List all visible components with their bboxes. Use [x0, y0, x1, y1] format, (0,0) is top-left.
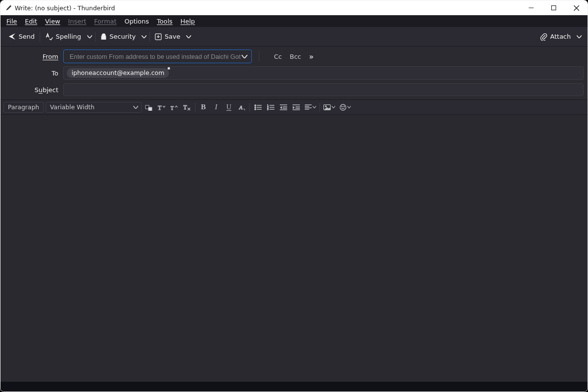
spelling-button[interactable]: Spelling: [41, 31, 85, 42]
attach-label: Attach: [550, 33, 571, 40]
message-body[interactable]: [0, 115, 588, 382]
subject-input[interactable]: [63, 83, 584, 96]
font-size-decrease-button[interactable]: T: [156, 102, 167, 113]
subject-label: Subject: [4, 86, 63, 94]
bullet-list-icon: [254, 104, 262, 110]
from-label: From: [4, 53, 63, 60]
italic-button[interactable]: I: [211, 102, 221, 113]
save-dropdown[interactable]: [184, 33, 193, 40]
chevron-down-icon[interactable]: [242, 55, 247, 58]
save-button[interactable]: Save: [151, 31, 184, 42]
outdent-icon: [280, 104, 287, 110]
to-label: To: [4, 70, 63, 77]
menu-help[interactable]: Help: [176, 17, 199, 26]
align-icon: [305, 104, 312, 110]
number-list-button[interactable]: 1 2 3: [265, 102, 276, 113]
font-decrease-icon: T: [158, 104, 166, 111]
title-bar[interactable]: Write: (no subject) - Thunderbird: [0, 0, 588, 15]
menu-options[interactable]: Options: [121, 17, 153, 26]
toolbar-divider: [40, 32, 40, 42]
indent-icon: [293, 104, 300, 110]
bcc-button[interactable]: Bcc: [290, 53, 301, 60]
svg-point-15: [254, 106, 256, 108]
spelling-icon: [45, 33, 53, 40]
svg-point-13: [254, 104, 256, 106]
insert-emoji-button[interactable]: [338, 102, 352, 113]
security-button[interactable]: Security: [97, 31, 140, 42]
menu-file[interactable]: File: [2, 17, 21, 26]
window-title: Write: (no subject) - Thunderbird: [15, 4, 115, 12]
image-icon: [323, 104, 331, 110]
format-toolbar: Paragraph Variable Width T T T B I U A: [0, 100, 588, 115]
spelling-dropdown[interactable]: [85, 33, 94, 40]
security-dropdown[interactable]: [140, 33, 148, 40]
font-family-select[interactable]: Variable Width: [46, 102, 142, 113]
attach-button[interactable]: Attach: [536, 31, 575, 43]
paragraph-style-label: Paragraph: [8, 103, 39, 111]
send-button[interactable]: Send: [4, 31, 39, 42]
svg-point-38: [325, 105, 327, 107]
bold-button[interactable]: B: [198, 102, 209, 113]
subject-row: Subject: [4, 83, 584, 97]
text-style-icon: A: [238, 104, 245, 111]
expand-fields-button[interactable]: »: [309, 52, 312, 61]
recipient-pill[interactable]: iphoneaccount@example.com: [67, 68, 169, 78]
insert-image-button[interactable]: [322, 102, 336, 113]
text-color-icon: [145, 104, 153, 111]
indent-button[interactable]: [291, 102, 301, 113]
format-divider: [195, 103, 196, 112]
spelling-label: Spelling: [56, 33, 81, 40]
from-input[interactable]: [69, 52, 242, 61]
svg-point-40: [341, 106, 342, 107]
paragraph-style-select[interactable]: Paragraph: [3, 102, 44, 113]
svg-text:T: T: [171, 105, 174, 110]
svg-text:3: 3: [267, 108, 269, 110]
header-fields: From Cc Bcc » To iphoneaccount@example.c…: [0, 47, 588, 100]
number-list-icon: 1 2 3: [267, 104, 274, 110]
remove-formatting-button[interactable]: T: [182, 102, 193, 113]
svg-text:A: A: [238, 104, 242, 110]
field-divider: [259, 51, 259, 61]
menu-tools[interactable]: Tools: [153, 17, 176, 26]
from-combobox[interactable]: [63, 49, 252, 63]
bullet-list-button[interactable]: [252, 102, 263, 113]
font-increase-icon: T: [171, 104, 179, 111]
send-label: Send: [19, 33, 35, 40]
close-button[interactable]: [565, 0, 588, 15]
underline-icon: U: [226, 103, 231, 111]
svg-text:T: T: [183, 104, 187, 111]
menu-edit[interactable]: Edit: [21, 17, 41, 26]
svg-point-39: [340, 104, 346, 110]
align-button[interactable]: [303, 102, 317, 113]
save-icon: [155, 33, 162, 40]
underline-button[interactable]: U: [223, 102, 234, 113]
svg-point-41: [343, 106, 344, 107]
minimize-button[interactable]: [520, 0, 542, 15]
maximize-button[interactable]: [542, 0, 565, 15]
font-size-increase-button[interactable]: T: [169, 102, 180, 113]
to-input[interactable]: iphoneaccount@example.com: [63, 66, 584, 80]
menu-insert[interactable]: Insert: [64, 17, 90, 26]
cc-button[interactable]: Cc: [274, 53, 282, 60]
menu-format[interactable]: Format: [90, 17, 121, 26]
italic-icon: I: [215, 103, 218, 111]
compose-window: Write: (no subject) - Thunderbird File E…: [0, 0, 588, 392]
save-label: Save: [165, 33, 180, 40]
outdent-button[interactable]: [278, 102, 289, 113]
bold-icon: B: [201, 103, 206, 111]
to-row: To iphoneaccount@example.com: [4, 66, 584, 80]
attach-dropdown[interactable]: [575, 33, 584, 40]
menu-view[interactable]: View: [41, 17, 64, 26]
format-divider: [249, 103, 250, 112]
status-bar: [0, 382, 588, 392]
from-row: From Cc Bcc »: [4, 49, 584, 63]
format-divider: [319, 103, 320, 112]
recipient-indicator: [168, 67, 170, 70]
send-icon: [8, 33, 16, 40]
emoji-icon: [340, 104, 346, 111]
text-style-button[interactable]: A: [236, 102, 247, 113]
svg-text:T: T: [158, 104, 162, 110]
paperclip-icon: [540, 33, 547, 41]
text-color-button[interactable]: [144, 102, 154, 113]
svg-rect-6: [148, 107, 152, 111]
